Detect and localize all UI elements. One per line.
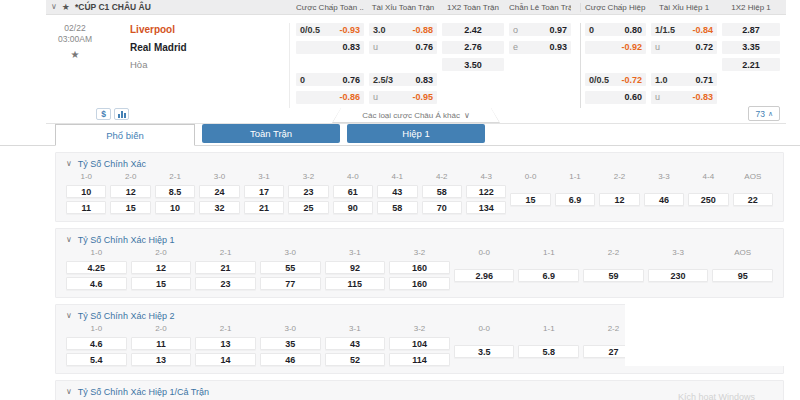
score-odds-cell[interactable]: 11 xyxy=(66,201,106,214)
score-odds-cell[interactable]: 5.8 xyxy=(518,345,579,358)
score-odds-cell[interactable]: 35 xyxy=(260,337,321,350)
tab-fulltime[interactable]: Toàn Trận xyxy=(202,124,340,143)
score-odds-cell[interactable]: 160 xyxy=(389,261,450,274)
score-grid: 1-010112-012152-18.5103-024323-117213-22… xyxy=(66,171,773,214)
score-odds-cell[interactable]: 114 xyxy=(389,353,450,366)
score-odds-cell[interactable]: 23 xyxy=(195,277,256,290)
odds-cell[interactable]: 2.21 xyxy=(722,58,780,71)
score-odds-cell[interactable]: 4.25 xyxy=(66,261,127,274)
score-odds-cell[interactable]: 25 xyxy=(288,201,328,214)
odds-cell[interactable]: u-0.83 xyxy=(651,91,717,104)
odds-cell[interactable]: 0.60 xyxy=(585,91,646,104)
score-odds-cell[interactable]: 14 xyxy=(195,353,256,366)
league-favorite-icon[interactable]: ★ xyxy=(62,3,70,12)
markets-count-button[interactable]: 73 ∧ xyxy=(748,106,780,121)
score-odds-cell[interactable]: 122 xyxy=(466,185,506,198)
score-odds-cell[interactable]: 115 xyxy=(325,277,386,290)
section-header[interactable]: ∨ Tỷ Số Chính Xác Hiệp 1/Cả Trận xyxy=(66,385,773,398)
score-odds-cell[interactable]: 3.5 xyxy=(454,345,515,358)
tab-half1[interactable]: Hiệp 1 xyxy=(347,124,485,143)
score-odds-cell[interactable]: 13 xyxy=(195,337,256,350)
tab-popular[interactable]: Phổ biến xyxy=(55,124,195,146)
score-odds-cell[interactable]: 6.9 xyxy=(518,269,579,282)
score-odds-cell[interactable]: 15 xyxy=(510,193,550,206)
score-odds-cell[interactable]: 21 xyxy=(244,201,284,214)
score-odds-cell[interactable]: 12 xyxy=(110,185,150,198)
odds-cell[interactable]: 1.00.71 xyxy=(651,73,717,86)
score-odds-cell[interactable]: 10 xyxy=(66,185,106,198)
score-odds-cell[interactable]: 17 xyxy=(244,185,284,198)
odds-cell[interactable]: -0.86 xyxy=(296,91,364,104)
section-header[interactable]: ∨ Tỷ Số Chính Xác Hiệp 1 xyxy=(66,233,773,246)
league-collapse-icon[interactable]: ∨ xyxy=(51,3,57,11)
score-odds-cell[interactable]: 59 xyxy=(583,269,644,282)
odds-cell[interactable]: 0.83 xyxy=(296,41,364,54)
score-odds-cell[interactable]: 24 xyxy=(199,185,239,198)
odds-cell[interactable]: e0.93 xyxy=(509,41,571,54)
score-odds-cell[interactable]: 77 xyxy=(260,277,321,290)
score-odds-cell[interactable]: 43 xyxy=(325,337,386,350)
section-header[interactable]: ∨ Tỷ Số Chính Xác xyxy=(66,157,773,170)
odds-cell[interactable]: u0.72 xyxy=(651,41,717,54)
odds-cell[interactable]: 2.5/30.83 xyxy=(369,73,437,86)
odds-cell[interactable]: -0.92 xyxy=(585,41,646,54)
odds-cell[interactable]: 0/0.5-0.72 xyxy=(585,73,646,86)
score-odds-cell[interactable]: 5.4 xyxy=(66,353,127,366)
score-odds-cell[interactable]: 4.6 xyxy=(66,277,127,290)
score-odds-cell[interactable]: 2.96 xyxy=(454,269,515,282)
score-odds-cell[interactable]: 52 xyxy=(325,353,386,366)
section-collapse-icon[interactable]: ∨ xyxy=(66,160,72,168)
odds-cell[interactable]: 00.80 xyxy=(585,23,646,36)
score-odds-cell[interactable]: 32 xyxy=(199,201,239,214)
score-odds-cell[interactable]: 46 xyxy=(644,193,684,206)
score-odds-cell[interactable]: 15 xyxy=(110,201,150,214)
score-odds-cell[interactable]: 11 xyxy=(131,337,192,350)
score-odds-cell[interactable]: 104 xyxy=(389,337,450,350)
odds-cell[interactable]: u0.76 xyxy=(369,41,437,54)
score-odds-cell[interactable]: 95 xyxy=(712,269,773,282)
stats-chart-button[interactable] xyxy=(114,108,129,120)
match-favorite-icon[interactable]: ★ xyxy=(46,48,104,62)
odds-cell[interactable]: 3.0-0.88 xyxy=(369,23,437,36)
score-odds-cell[interactable]: 250 xyxy=(688,193,728,206)
score-odds-cell[interactable]: 4.6 xyxy=(66,337,127,350)
odds-cell[interactable]: o0.97 xyxy=(509,23,571,36)
section-collapse-icon[interactable]: ∨ xyxy=(66,312,72,320)
section-collapse-icon[interactable]: ∨ xyxy=(66,388,72,396)
score-odds-cell[interactable]: 61 xyxy=(333,185,373,198)
odds-cell[interactable]: 3.35 xyxy=(722,41,780,54)
score-odds-cell[interactable]: 58 xyxy=(422,185,462,198)
odds-cell[interactable]: 3.50 xyxy=(442,58,504,71)
money-odds-button[interactable]: $ xyxy=(96,108,111,120)
score-odds-cell[interactable]: 58 xyxy=(377,201,417,214)
score-odds-cell[interactable]: 160 xyxy=(389,277,450,290)
odds-cell[interactable]: 00.76 xyxy=(296,73,364,86)
score-odds-cell[interactable]: 43 xyxy=(377,185,417,198)
score-odds-cell[interactable]: 23 xyxy=(288,185,328,198)
score-odds-cell[interactable]: 10 xyxy=(155,201,195,214)
section-collapse-icon[interactable]: ∨ xyxy=(66,236,72,244)
more-asian-bets-dropdown[interactable]: Các loại cược Châu Á khác ∨ xyxy=(332,108,500,123)
score-odds-cell[interactable]: 230 xyxy=(648,269,709,282)
score-odds-cell[interactable]: 134 xyxy=(466,201,506,214)
score-odds-cell[interactable]: 22 xyxy=(733,193,773,206)
score-odds-cell[interactable]: 13 xyxy=(131,353,192,366)
score-odds-cell[interactable]: 8.5 xyxy=(155,185,195,198)
score-odds-cell[interactable]: 46 xyxy=(260,353,321,366)
score-odds-cell[interactable]: 55 xyxy=(260,261,321,274)
score-odds-cell[interactable]: 21 xyxy=(195,261,256,274)
score-odds-cell[interactable]: 12 xyxy=(599,193,639,206)
odds-cell[interactable]: 2.76 xyxy=(442,41,504,54)
section-title: Tỷ Số Chính Xác xyxy=(78,159,146,169)
score-odds-cell[interactable]: 6.9 xyxy=(555,193,595,206)
score-odds-cell[interactable]: 90 xyxy=(333,201,373,214)
odds-cell[interactable]: u-0.95 xyxy=(369,91,437,104)
odds-cell[interactable]: 2.87 xyxy=(722,23,780,36)
odds-cell[interactable]: 1/1.5-0.84 xyxy=(651,23,717,36)
score-odds-cell[interactable]: 15 xyxy=(131,277,192,290)
score-odds-cell[interactable]: 70 xyxy=(422,201,462,214)
score-odds-cell[interactable]: 92 xyxy=(325,261,386,274)
odds-cell[interactable]: 2.42 xyxy=(442,23,504,36)
odds-cell[interactable]: 0/0.5-0.93 xyxy=(296,23,364,36)
score-odds-cell[interactable]: 12 xyxy=(131,261,192,274)
